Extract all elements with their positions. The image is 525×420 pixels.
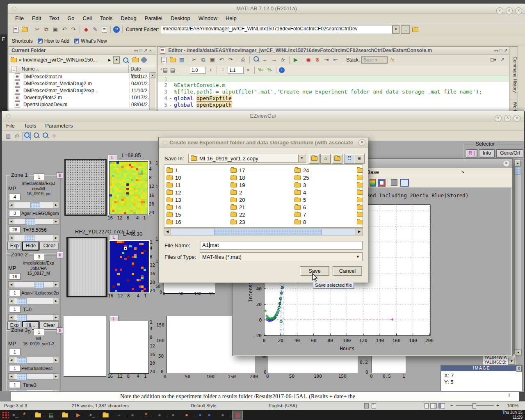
folder-item[interactable]: [357, 189, 363, 196]
close-icon[interactable]: ×: [358, 139, 365, 146]
scroll-up-icon[interactable]: ▲: [515, 160, 521, 167]
zone-slider[interactable]: ◀▶: [8, 390, 59, 391]
language-indicator[interactable]: English (USA): [269, 403, 297, 408]
taskbar-app-icon[interactable]: ●: [128, 411, 137, 419]
slider-thumb[interactable]: [25, 219, 35, 225]
slider-right-icon[interactable]: ▶: [53, 298, 59, 304]
zone-slider[interactable]: ◀▶: [8, 235, 59, 241]
taskbar-document-icon[interactable]: ≡: [115, 411, 123, 419]
tab-command-history[interactable]: Command History: [509, 46, 518, 103]
taskbar-writer-active-icon[interactable]: ▦: [232, 411, 243, 420]
editor-panel-header[interactable]: Editor - /media/data/EASY/InovImager_jwr…: [158, 47, 516, 55]
undock-icon[interactable]: ↗: [144, 48, 149, 53]
taskbar-terminal-icon[interactable]: >_: [11, 411, 19, 419]
zone-edit-field[interactable]: 1: [9, 365, 21, 372]
guide-icon[interactable]: ✎: [91, 26, 99, 33]
zone-edit-field[interactable]: 1: [9, 306, 21, 313]
folder-item[interactable]: 8: [294, 218, 309, 226]
cut-icon[interactable]: ✂: [34, 26, 41, 33]
maximize-icon[interactable]: □: [500, 48, 504, 53]
zoom-out-icon[interactable]: −: [450, 403, 453, 408]
folder-item[interactable]: 17: [231, 167, 245, 174]
zone-number-input[interactable]: 3: [34, 253, 44, 260]
current-folder-path-input[interactable]: /media/data/EASY/InovImager_jwrCF_WINLin…: [161, 25, 393, 34]
image-window-titlebar[interactable]: IMAGE X: [441, 365, 522, 371]
print-icon[interactable]: ⎙: [14, 132, 21, 140]
save-icon[interactable]: ▥: [178, 56, 185, 64]
dialog-titlebar[interactable]: Create new Experiment folder and data st…: [159, 137, 368, 148]
clock[interactable]: Thu Jun 1511:29: [502, 411, 523, 420]
label-button-zone2[interactable]: L: [109, 234, 119, 241]
zone-corner-button[interactable]: ▮: [57, 172, 63, 179]
menu-tools[interactable]: Tools: [24, 123, 45, 129]
zone-clear-button[interactable]: Clear: [39, 242, 59, 250]
undo-icon[interactable]: ↶: [61, 26, 68, 33]
taskbar-app-icon[interactable]: ●: [169, 411, 177, 419]
slider-right-icon[interactable]: ▶: [53, 235, 59, 241]
folder-item[interactable]: 6: [294, 203, 309, 211]
maximize-icon[interactable]: □: [139, 48, 144, 53]
slider-left-icon[interactable]: ◀: [9, 357, 14, 363]
copy-icon[interactable]: ⧉: [43, 26, 50, 33]
folder-item[interactable]: [357, 174, 363, 181]
decrease-icon[interactable]: −: [182, 66, 189, 74]
folder-item[interactable]: 3: [294, 181, 309, 189]
selector-r-button[interactable]: R |: [466, 149, 477, 158]
slider-thumb[interactable]: [17, 315, 27, 321]
cell-value-input[interactable]: 1.0: [190, 67, 206, 74]
taskbar-app-icon[interactable]: ●: [219, 411, 227, 419]
slider-left-icon[interactable]: ◀: [9, 374, 14, 379]
folder-item[interactable]: 11: [167, 181, 181, 189]
multi-page-view-icon[interactable]: [430, 403, 437, 409]
folder-item[interactable]: 4: [294, 189, 309, 196]
folder-item[interactable]: 23: [231, 218, 245, 226]
breadcrumb[interactable]: « InovImager_jwrCF_WINLinx150...: [19, 57, 108, 63]
divide-value-input[interactable]: 1.1: [228, 67, 244, 74]
folder-item[interactable]: 15: [167, 211, 181, 218]
code-line[interactable]: 3%[file,path] = uiputfile('.mat','Create…: [158, 89, 516, 95]
comment-add-icon[interactable]: %+: [257, 66, 265, 74]
menu-parallel[interactable]: Parallel: [141, 15, 167, 21]
slider-thumb[interactable]: [17, 298, 27, 305]
slider-right-icon[interactable]: ▶: [53, 315, 59, 320]
word-count[interactable]: 215 words, 1,387 characters: [72, 403, 129, 408]
goto-function-icon[interactable]: fx: [279, 56, 287, 64]
step-in-icon[interactable]: ⇤: [332, 56, 339, 64]
heatmap-zone1[interactable]: [109, 161, 148, 215]
zone-edit-field[interactable]: 4: [9, 194, 21, 200]
zone-slider[interactable]: ◀▶: [8, 314, 59, 321]
search-icon[interactable]: [123, 57, 128, 63]
table-row[interactable]: DMPexcel2mat_MediaDrug2exp...11/10/2...: [9, 87, 156, 94]
folder-item[interactable]: 21: [231, 203, 245, 211]
simulink-icon[interactable]: ◆: [82, 26, 90, 33]
plate-photo-zone3[interactable]: [64, 316, 106, 377]
folder-item[interactable]: 18: [231, 174, 245, 181]
taskbar-folder-icon[interactable]: [101, 411, 110, 419]
up-folder-icon[interactable]: [412, 26, 419, 33]
current-folder-panel-header[interactable]: Current Folder ↤□↗×: [9, 47, 156, 55]
folder-item[interactable]: [357, 203, 363, 211]
taskbar-folder-icon[interactable]: [61, 411, 69, 419]
zoom-slider-thumb[interactable]: [472, 403, 476, 409]
taskbar-terminal-icon[interactable]: >_: [88, 411, 96, 419]
taskbar-matlab-icon[interactable]: *: [142, 411, 150, 419]
print-icon[interactable]: ⎙: [240, 56, 247, 64]
slider-thumb[interactable]: [17, 357, 27, 364]
zoom-percent[interactable]: 100%: [507, 403, 518, 408]
heatmap-zone3-empty[interactable]: [109, 321, 149, 374]
maximize-icon[interactable]: ˄: [504, 115, 511, 122]
find-icon[interactable]: [252, 56, 260, 64]
zone-corner-button[interactable]: ▮: [57, 252, 63, 258]
folder-item[interactable]: 22: [231, 211, 245, 218]
undo-icon[interactable]: ↶: [218, 56, 225, 64]
pan-hand-icon[interactable]: ✥: [50, 132, 58, 140]
menu-go[interactable]: Go: [63, 15, 78, 21]
folder-item[interactable]: [357, 196, 363, 203]
slider-right-icon[interactable]: ▶: [53, 357, 59, 363]
stack-dropdown[interactable]: Base ▾: [361, 56, 388, 64]
dialog-horizontal-scrollbar[interactable]: ◀ ▶: [164, 228, 363, 235]
increase-icon[interactable]: +: [207, 66, 214, 74]
up-one-level-button[interactable]: [309, 154, 320, 164]
home-button[interactable]: ⌂: [320, 154, 331, 164]
zone-edit-field[interactable]: 1: [9, 290, 21, 296]
